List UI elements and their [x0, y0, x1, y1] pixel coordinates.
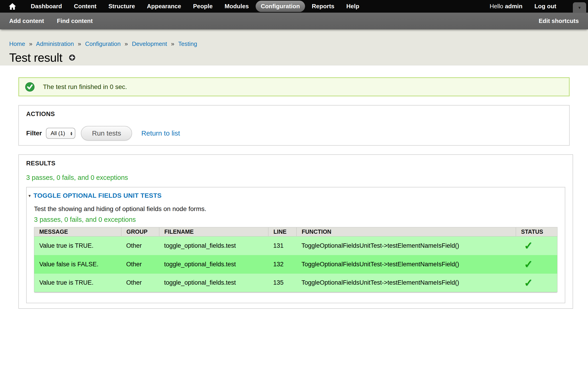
cell-message: Value true is TRUE. [34, 236, 121, 255]
success-check-icon [25, 82, 35, 92]
cell-group: Other [121, 255, 159, 274]
breadcrumb-development[interactable]: Development [132, 40, 167, 47]
breadcrumb-separator: » [78, 40, 81, 47]
header-line: LINE [268, 227, 296, 236]
menu-item-appearance[interactable]: Appearance [142, 1, 186, 12]
breadcrumb-testing[interactable]: Testing [178, 40, 197, 47]
test-results-table: MESSAGE GROUP FILENAME LINE FUNCTION STA… [34, 227, 557, 292]
cell-group: Other [121, 274, 159, 292]
test-group-summary: 3 passes, 0 fails, and 0 exceptions [34, 216, 557, 223]
results-summary: 3 passes, 0 fails, and 0 exceptions [26, 174, 565, 181]
actions-legend: ACTIONS [26, 110, 562, 118]
breadcrumb-separator: » [171, 40, 174, 47]
admin-toolbar: Dashboard Content Structure Appearance P… [0, 0, 588, 13]
user-greeting: Hello admin [490, 3, 523, 10]
cell-line: 131 [268, 236, 296, 255]
cell-function: ToggleOptionalFieldsUnitTest->testElemen… [296, 274, 516, 292]
cell-line: 135 [268, 274, 296, 292]
header-group: GROUP [121, 227, 159, 236]
cell-filename: toggle_optional_fields.test [159, 236, 268, 255]
menu-item-content[interactable]: Content [69, 1, 102, 12]
collapse-arrow-icon: ▾ [28, 194, 31, 198]
select-arrow-down-icon: ▾ [70, 133, 72, 135]
actions-panel: ACTIONS Filter All (1) ▴ ▾ Run tests Ret… [18, 105, 570, 146]
filter-select[interactable]: All (1) ▴ ▾ [46, 128, 75, 139]
pass-check-icon: ✓ [521, 277, 533, 289]
cell-message: Value true is TRUE. [34, 274, 121, 292]
table-row: Value true is TRUE. Other toggle_optiona… [34, 236, 557, 255]
status-message-text: The test run finished in 0 sec. [43, 83, 127, 91]
cell-line: 132 [268, 255, 296, 274]
cell-function: ToggleOptionalFieldsUnitTest->testElemen… [296, 236, 516, 255]
shortcut-bar: Add content Find content Edit shortcuts [0, 13, 588, 29]
breadcrumb-configuration[interactable]: Configuration [85, 40, 121, 47]
toolbar-user-area: Hello admin Log out [490, 3, 556, 10]
cell-filename: toggle_optional_fields.test [159, 255, 268, 274]
logout-link[interactable]: Log out [535, 3, 556, 10]
test-group-panel: ▾ TOGGLE OPTIONAL FIELDS UNIT TESTS Test… [26, 187, 565, 303]
add-shortcut-icon[interactable] [68, 54, 76, 61]
greeting-prefix: Hello [490, 3, 505, 10]
toolbar-menu: Dashboard Content Structure Appearance P… [25, 1, 365, 12]
shortcut-add-content[interactable]: Add content [9, 17, 44, 25]
header-filename: FILENAME [159, 227, 268, 236]
page-title: Test result [9, 51, 62, 65]
menu-item-people[interactable]: People [188, 1, 217, 12]
toolbar-toggle-button[interactable]: ▾ [573, 2, 586, 13]
menu-item-help[interactable]: Help [341, 1, 364, 12]
username: admin [505, 3, 523, 10]
menu-item-reports[interactable]: Reports [307, 1, 339, 12]
test-group-description: Test the showing and hiding of optional … [34, 205, 557, 213]
breadcrumb: Home » Administration » Configuration » … [9, 40, 579, 48]
table-header-row: MESSAGE GROUP FILENAME LINE FUNCTION STA… [34, 227, 557, 236]
cell-status: ✓ [516, 255, 557, 274]
run-tests-button[interactable]: Run tests [81, 126, 132, 141]
breadcrumb-administration[interactable]: Administration [36, 40, 74, 47]
menu-item-dashboard[interactable]: Dashboard [26, 1, 67, 12]
pass-check-icon: ✓ [521, 258, 533, 270]
header-message: MESSAGE [34, 227, 121, 236]
cell-status: ✓ [516, 274, 557, 292]
menu-item-configuration[interactable]: Configuration [256, 1, 305, 12]
table-row: Value false is FALSE. Other toggle_optio… [34, 255, 557, 274]
cell-message: Value false is FALSE. [34, 255, 121, 274]
filter-label: Filter [26, 130, 42, 137]
shortcut-find-content[interactable]: Find content [57, 17, 93, 25]
breadcrumb-separator: » [29, 40, 32, 47]
results-panel: RESULTS 3 passes, 0 fails, and 0 excepti… [18, 154, 573, 309]
home-icon[interactable] [6, 2, 18, 11]
return-to-list-link[interactable]: Return to list [141, 129, 180, 137]
chevron-down-icon: ▾ [578, 5, 581, 10]
select-arrows-icon: ▴ ▾ [70, 131, 72, 135]
test-group-title[interactable]: TOGGLE OPTIONAL FIELDS UNIT TESTS [34, 192, 162, 199]
test-group-toggle[interactable]: ▾ TOGGLE OPTIONAL FIELDS UNIT TESTS [28, 192, 557, 199]
table-row: Value true is TRUE. Other toggle_optiona… [34, 274, 557, 292]
header-function: FUNCTION [296, 227, 516, 236]
menu-item-structure[interactable]: Structure [103, 1, 140, 12]
status-message: The test run finished in 0 sec. [18, 77, 570, 96]
menu-item-modules[interactable]: Modules [220, 1, 254, 12]
breadcrumb-home[interactable]: Home [9, 40, 25, 47]
cell-status: ✓ [516, 236, 557, 255]
cell-group: Other [121, 236, 159, 255]
edit-shortcuts-link[interactable]: Edit shortcuts [539, 17, 579, 25]
header-status: STATUS [516, 227, 557, 236]
cell-function: ToggleOptionalFieldsUnitTest->testElemen… [296, 255, 516, 274]
pass-check-icon: ✓ [521, 240, 533, 252]
page-header: Home » Administration » Configuration » … [0, 29, 588, 65]
breadcrumb-separator: » [124, 40, 128, 47]
filter-select-value: All (1) [51, 130, 65, 136]
main-content: The test run finished in 0 sec. ACTIONS … [0, 65, 588, 309]
cell-filename: toggle_optional_fields.test [159, 274, 268, 292]
results-legend: RESULTS [26, 160, 565, 167]
